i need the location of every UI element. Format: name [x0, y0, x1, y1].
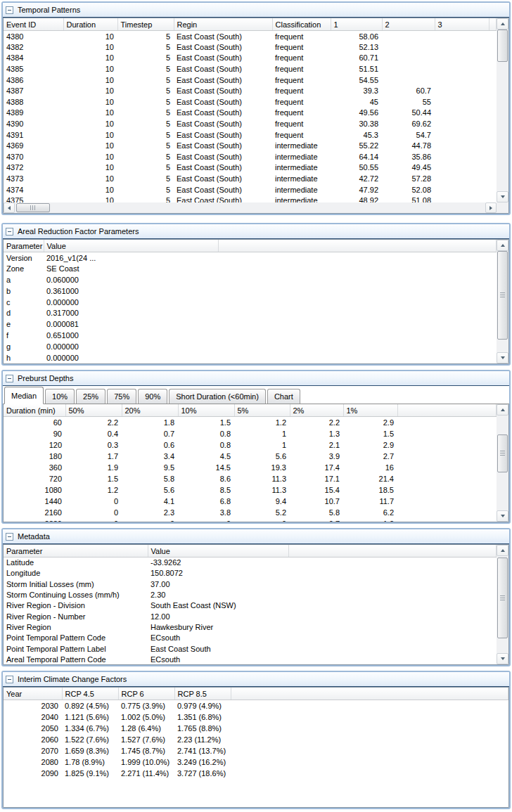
cell[interactable]: 0 [65, 496, 122, 507]
grid-row[interactable]: 7201.55.88.611.317.121.4 [4, 473, 497, 484]
grid-row[interactable]: Point Temporal Pattern CodeECsouth [4, 633, 497, 643]
scroll-up-button[interactable] [497, 545, 508, 556]
cell[interactable]: 8.6 [178, 473, 234, 484]
cell[interactable]: 1.659 (8.3%) [62, 745, 118, 756]
cell[interactable]: intermediate [272, 173, 331, 184]
cell[interactable]: 10 [63, 63, 117, 75]
grid-row[interactable]: a0.060000 [4, 274, 497, 285]
cell[interactable]: 4.5 [178, 451, 234, 462]
grid-row[interactable]: Storm Continuing Losses (mm/h)2.30 [4, 589, 497, 600]
cell[interactable]: 4373 [4, 173, 63, 184]
cell[interactable]: 3.727 (18.6%) [174, 768, 231, 779]
cell[interactable]: 0.361000 [44, 285, 218, 297]
cell[interactable] [288, 654, 497, 664]
cell[interactable]: 69.62 [382, 118, 435, 129]
cell[interactable]: 1.28 (6.4%) [118, 723, 174, 734]
cell[interactable] [397, 496, 497, 507]
cell[interactable]: 1.2 [234, 417, 290, 428]
grid-row[interactable]: c0.000000 [4, 297, 497, 308]
tab-75[interactable]: 75% [107, 389, 136, 404]
cell[interactable]: 5 [117, 75, 174, 86]
cell[interactable]: 0 [234, 518, 290, 522]
cell[interactable] [218, 274, 497, 285]
cell[interactable]: 2160 [4, 507, 65, 518]
cell[interactable]: 8.5 [178, 484, 234, 496]
cell[interactable]: 1.334 (6.7%) [62, 723, 118, 734]
cell[interactable]: 2.9 [343, 439, 397, 451]
panel-header-temporal-patterns[interactable]: Temporal Patterns [3, 3, 509, 18]
cell[interactable]: d [4, 307, 44, 318]
cell[interactable]: 2060 [4, 734, 62, 745]
cell[interactable]: 17.1 [290, 473, 343, 484]
cell[interactable]: 55 [382, 96, 435, 108]
cell[interactable] [489, 41, 497, 53]
cell[interactable]: 18.5 [343, 484, 397, 496]
scrollbar-thumb[interactable] [497, 30, 508, 62]
grid-row[interactable]: River RegionHawkesbury River [4, 621, 497, 632]
cell[interactable]: 2.23 (11.2%) [174, 734, 231, 745]
cell[interactable]: 4375 [4, 195, 63, 202]
cell[interactable]: 11.3 [234, 484, 290, 496]
grid-row[interactable]: 216002.33.85.25.86.2 [4, 507, 497, 518]
cell[interactable]: 1.002 (5.0%) [118, 711, 174, 723]
cell[interactable] [231, 756, 508, 768]
grid-row[interactable]: g0.000000 [4, 341, 497, 352]
cell[interactable]: 54.7 [382, 129, 435, 141]
grid-row[interactable]: 4372105East Coast (South)intermediate50.… [4, 162, 497, 174]
cell[interactable] [435, 195, 489, 202]
cell[interactable] [218, 330, 497, 341]
cell[interactable] [382, 41, 435, 53]
cell[interactable]: 360 [4, 462, 65, 473]
panel-header-climate[interactable]: Interim Climate Change Factors [3, 672, 509, 687]
cell[interactable]: frequent [272, 96, 331, 108]
cell[interactable]: 64.14 [331, 151, 382, 162]
cell[interactable]: River Region [4, 621, 148, 632]
cell[interactable]: 5 [117, 31, 174, 42]
grid-row[interactable]: 4370105East Coast (South)intermediate64.… [4, 151, 497, 162]
cell[interactable]: 2.30 [148, 589, 288, 600]
cell[interactable] [231, 723, 508, 734]
cell[interactable]: East Coast (South) [174, 41, 272, 53]
cell[interactable]: 720 [4, 473, 65, 484]
cell[interactable]: 4369 [4, 140, 63, 151]
cell[interactable]: East Coast (South) [174, 63, 272, 75]
scrollbar-thumb[interactable] [16, 203, 50, 212]
cell[interactable]: 10 [63, 173, 117, 184]
grid-row[interactable]: 4375105East Coast (South)intermediate48.… [4, 195, 497, 202]
cell[interactable]: 1.3 [290, 428, 343, 439]
scroll-down-button[interactable] [497, 191, 508, 202]
cell[interactable]: 4370 [4, 151, 63, 162]
grid-row[interactable]: d0.317000 [4, 307, 497, 318]
cell[interactable]: 10 [63, 162, 117, 174]
cell[interactable]: 30.38 [331, 118, 382, 129]
cell[interactable]: 1.527 (7.6%) [118, 734, 174, 745]
cell[interactable]: 10 [63, 118, 117, 129]
cell[interactable]: 48.92 [331, 195, 382, 202]
grid-row[interactable]: 20601.522 (7.6%)1.527 (7.6%)2.23 (11.2%) [4, 734, 508, 745]
cell[interactable] [435, 173, 489, 184]
cell[interactable]: Version [4, 252, 44, 264]
cell[interactable]: 4390 [4, 118, 63, 129]
grid-row[interactable]: 20501.334 (6.7%)1.28 (6.4%)1.765 (8.8%) [4, 723, 508, 734]
cell[interactable]: 5 [117, 129, 174, 141]
cell[interactable] [397, 428, 497, 439]
scroll-down-button[interactable] [497, 352, 508, 363]
cell[interactable]: 5 [117, 140, 174, 151]
cell[interactable]: 55.22 [331, 140, 382, 151]
cell[interactable]: 52.13 [331, 41, 382, 53]
grid-row[interactable]: 4369105East Coast (South)intermediate55.… [4, 140, 497, 151]
grid-row[interactable]: 1200.30.60.812.12.9 [4, 439, 497, 451]
cell[interactable] [288, 621, 497, 632]
cell[interactable]: c [4, 297, 44, 308]
cell[interactable]: 1 [234, 439, 290, 451]
cell[interactable] [435, 31, 489, 42]
grid-row[interactable]: b0.361000 [4, 285, 497, 297]
cell[interactable] [489, 162, 497, 174]
cell[interactable]: East Coast (South) [174, 184, 272, 195]
cell[interactable]: 180 [4, 451, 65, 462]
cell[interactable]: East Coast (South) [174, 31, 272, 42]
cell[interactable]: 10 [63, 108, 117, 119]
scroll-left-button[interactable] [4, 202, 15, 213]
cell[interactable] [489, 140, 497, 151]
cell[interactable]: frequent [272, 41, 331, 53]
